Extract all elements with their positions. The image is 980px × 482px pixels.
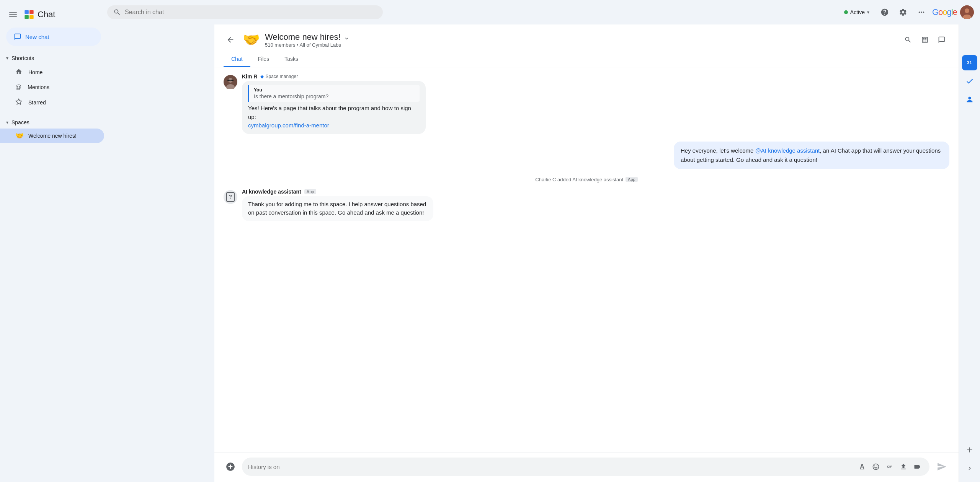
message-group-ai: ? AI knowledge assistant App Thank you f… — [224, 189, 949, 221]
calendar-icon-button[interactable]: 31 — [962, 55, 977, 70]
sidebar-item-starred[interactable]: Starred — [0, 94, 104, 110]
spaces-section-header[interactable]: Spaces — [0, 116, 107, 129]
svg-rect-0 — [9, 12, 17, 13]
kim-msg-content: Kim R ◆ Space manager You Is there a men… — [242, 73, 949, 134]
split-view-button[interactable] — [917, 32, 933, 47]
svg-rect-6 — [29, 15, 34, 19]
shortcuts-section-header[interactable]: Shortcuts — [0, 52, 107, 64]
user-avatar[interactable] — [960, 5, 974, 19]
app-badge-system: App — [626, 177, 638, 182]
kim-msg-text: Yes! Here's a page that talks about the … — [248, 104, 420, 130]
header-actions — [900, 32, 949, 47]
sidebar-home-label: Home — [28, 69, 42, 75]
app-logo: Chat — [24, 9, 55, 20]
hamburger-menu-icon[interactable] — [6, 8, 20, 21]
new-chat-label: New chat — [25, 34, 49, 40]
svg-rect-14 — [227, 80, 230, 81]
help-button[interactable] — [877, 5, 892, 20]
diamond-icon: ◆ — [260, 74, 264, 79]
ai-mention[interactable]: @AI knowledge assistant — [755, 147, 820, 154]
chat-search-button[interactable] — [900, 32, 916, 47]
send-button[interactable] — [934, 459, 949, 474]
tab-files[interactable]: Files — [250, 52, 277, 67]
svg-text:?: ? — [229, 194, 232, 200]
svg-rect-5 — [24, 15, 29, 19]
chat-tabs: Chat Files Tasks — [224, 52, 949, 67]
kim-sender-name: Kim R — [242, 73, 257, 80]
input-area: A — [214, 453, 959, 482]
video-button[interactable] — [911, 461, 923, 473]
tab-tasks[interactable]: Tasks — [277, 52, 306, 67]
svg-rect-4 — [29, 10, 34, 14]
input-row: A — [224, 458, 949, 476]
chat-header: 🤝 Welcome new hires! ⌄ 510 members • All… — [214, 24, 959, 67]
space-manager-badge: ◆ Space manager — [260, 74, 298, 79]
sidebar: Chat New chat Shortcuts Home @ Mentions … — [0, 0, 107, 482]
ai-sender-row: AI knowledge assistant App — [242, 189, 949, 195]
svg-rect-1 — [9, 14, 17, 15]
mentions-icon: @ — [15, 84, 21, 91]
new-chat-button[interactable]: New chat — [6, 28, 101, 46]
message-input[interactable] — [248, 464, 853, 470]
input-toolbar: A — [856, 461, 923, 473]
sidebar-starred-label: Starred — [28, 99, 46, 106]
ai-message-bubble: Thank you for adding me to this space. I… — [242, 196, 433, 221]
main-content: 🤝 Welcome new hires! ⌄ 510 members • All… — [214, 24, 980, 482]
sidebar-item-home[interactable]: Home — [0, 64, 104, 80]
title-chevron-icon[interactable]: ⌄ — [344, 33, 350, 41]
home-icon — [15, 68, 22, 76]
gif-button[interactable] — [884, 461, 896, 473]
outgoing-message-bubble: Hey everyone, let's welcome @AI knowledg… — [674, 142, 949, 169]
status-chevron-icon: ▾ — [867, 10, 869, 15]
kim-avatar — [224, 75, 237, 89]
back-button[interactable] — [224, 33, 237, 47]
kim-sender-row: Kim R ◆ Space manager — [242, 73, 949, 80]
sidebar-mentions-label: Mentions — [28, 84, 49, 90]
ai-sender-name: AI knowledge assistant — [242, 189, 301, 195]
chat-title: Welcome new hires! ⌄ — [265, 32, 896, 42]
spaces-label: Spaces — [11, 119, 29, 125]
mentorship-link[interactable]: cymbalgroup.com/find-a-mentor — [248, 122, 329, 129]
active-status-button[interactable]: Active ▾ — [840, 7, 874, 18]
emoji-button[interactable] — [870, 461, 882, 473]
sidebar-header: Chat — [0, 4, 107, 28]
format-text-button[interactable]: A — [856, 461, 868, 473]
threads-button[interactable] — [934, 32, 949, 47]
right-sidebar: 31 — [959, 24, 980, 482]
add-icon-button[interactable] — [962, 442, 977, 458]
message-group-kim: Kim R ◆ Space manager You Is there a men… — [224, 73, 949, 134]
ai-msg-content: AI knowledge assistant App Thank you for… — [242, 189, 949, 221]
svg-rect-15 — [231, 80, 234, 81]
spaces-section: Spaces 🤝 Welcome new hires! — [0, 116, 107, 143]
search-bar[interactable] — [107, 5, 383, 19]
starred-icon — [15, 98, 22, 106]
tab-chat[interactable]: Chat — [224, 52, 250, 67]
app-title: Chat — [38, 10, 55, 20]
chat-subtitle: 510 members • All of Cymbal Labs — [265, 42, 896, 48]
attach-button[interactable] — [224, 460, 237, 474]
ai-app-badge: App — [304, 189, 317, 194]
spaces-chevron-icon — [6, 120, 8, 125]
messages-container: Kim R ◆ Space manager You Is there a men… — [214, 67, 959, 453]
svg-rect-2 — [9, 16, 17, 17]
upload-button[interactable] — [897, 461, 910, 473]
shortcuts-chevron-icon — [6, 55, 8, 61]
svg-point-9 — [965, 8, 969, 13]
expand-icon-button[interactable] — [962, 461, 977, 476]
sidebar-space-welcome-new-hires[interactable]: 🤝 Welcome new hires! — [0, 129, 104, 143]
topbar-actions: Active ▾ Google — [840, 5, 974, 20]
people-icon-button[interactable] — [962, 92, 977, 107]
tasks-icon-button[interactable] — [962, 73, 977, 89]
google-logo: Google — [932, 7, 957, 17]
active-label: Active — [850, 9, 865, 15]
search-icon — [113, 8, 121, 16]
svg-rect-3 — [24, 10, 29, 14]
settings-button[interactable] — [895, 5, 911, 20]
apps-button[interactable] — [914, 5, 929, 20]
space-emoji: 🤝 — [15, 132, 24, 140]
status-dot — [844, 10, 848, 14]
chat-title-row: 🤝 Welcome new hires! ⌄ 510 members • All… — [224, 31, 949, 49]
search-input[interactable] — [125, 9, 377, 16]
sidebar-item-mentions[interactable]: @ Mentions — [0, 80, 104, 94]
shortcuts-label: Shortcuts — [11, 55, 34, 61]
